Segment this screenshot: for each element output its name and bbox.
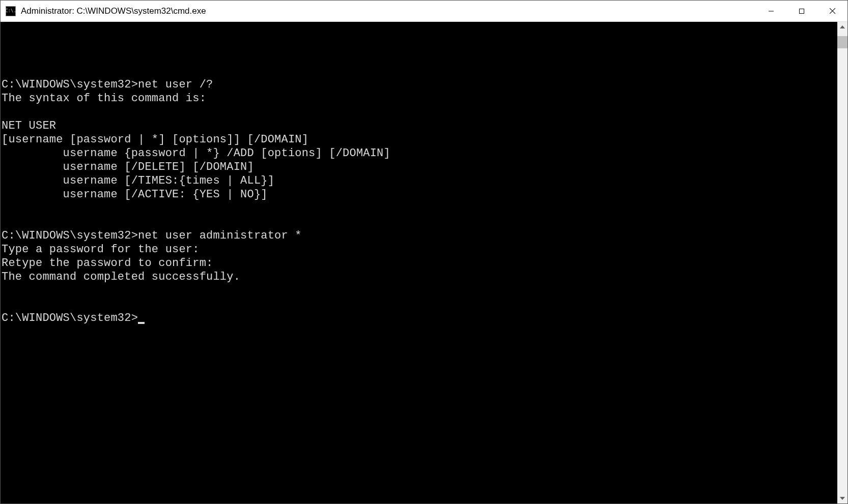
terminal-line: NET USER — [2, 120, 56, 132]
content-area: C:\WINDOWS\system32>net user /? The synt… — [1, 22, 847, 503]
terminal-line: [username [password | *] [options]] [/DO… — [2, 133, 308, 146]
vertical-scrollbar[interactable] — [837, 22, 847, 503]
terminal-content: C:\WINDOWS\system32>net user /? The synt… — [1, 49, 837, 325]
scroll-down-arrow[interactable] — [837, 493, 847, 503]
svg-marker-5 — [840, 497, 845, 500]
window-controls — [756, 1, 847, 21]
close-button[interactable] — [817, 1, 847, 21]
terminal[interactable]: C:\WINDOWS\system32>net user /? The synt… — [1, 22, 837, 503]
terminal-line: username [/TIMES:{times | ALL}] — [2, 174, 274, 187]
svg-marker-4 — [840, 25, 845, 28]
terminal-line: The command completed successfully. — [2, 271, 240, 283]
terminal-line: username {password | *} /ADD [options] [… — [2, 147, 390, 160]
titlebar[interactable]: C:\. Administrator: C:\WINDOWS\system32\… — [1, 1, 847, 22]
minimize-button[interactable] — [756, 1, 786, 21]
cmd-window: C:\. Administrator: C:\WINDOWS\system32\… — [0, 0, 848, 504]
terminal-line: username [/DELETE] [/DOMAIN] — [2, 161, 254, 173]
cmd-icon: C:\. — [6, 6, 16, 16]
terminal-line: C:\WINDOWS\system32>net user /? — [2, 78, 213, 91]
scroll-track[interactable] — [837, 32, 847, 493]
terminal-line: Type a password for the user: — [2, 243, 200, 256]
cursor — [138, 322, 145, 324]
svg-rect-1 — [800, 9, 804, 13]
terminal-line: username [/ACTIVE: {YES | NO}] — [2, 188, 268, 201]
terminal-line: C:\WINDOWS\system32>net user administrat… — [2, 229, 302, 242]
terminal-prompt: C:\WINDOWS\system32> — [2, 312, 138, 324]
maximize-button[interactable] — [786, 1, 817, 21]
scroll-thumb[interactable] — [837, 36, 847, 48]
terminal-line: Retype the password to confirm: — [2, 257, 213, 270]
window-title: Administrator: C:\WINDOWS\system32\cmd.e… — [21, 6, 756, 16]
terminal-line: The syntax of this command is: — [2, 92, 206, 105]
scroll-up-arrow[interactable] — [837, 22, 847, 32]
